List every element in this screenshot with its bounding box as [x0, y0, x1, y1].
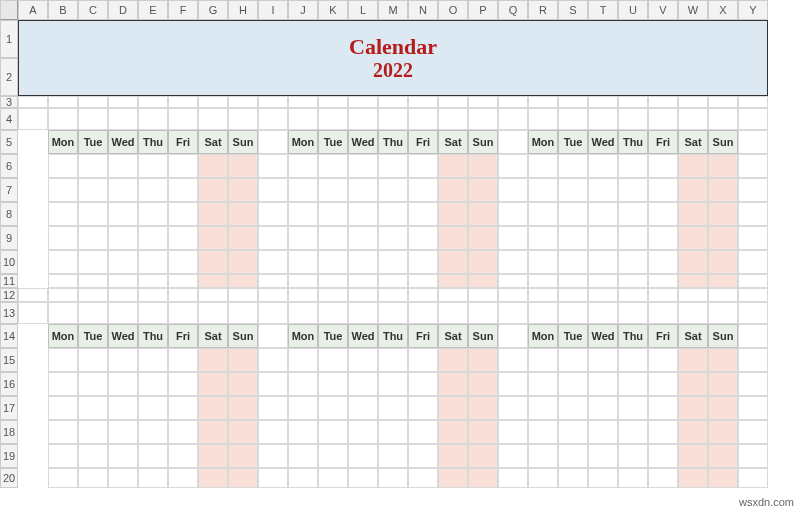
day-cell[interactable]	[348, 372, 378, 396]
day-cell[interactable]	[588, 226, 618, 250]
day-cell[interactable]	[78, 468, 108, 488]
day-cell[interactable]	[558, 372, 588, 396]
day-cell[interactable]	[378, 154, 408, 178]
weekend-cell[interactable]	[438, 372, 468, 396]
col-header-F[interactable]: F	[168, 0, 198, 20]
day-cell[interactable]	[48, 372, 78, 396]
day-cell[interactable]	[648, 274, 678, 288]
weekend-cell[interactable]	[198, 468, 228, 488]
col-header-W[interactable]: W	[678, 0, 708, 20]
weekend-cell[interactable]	[438, 226, 468, 250]
row-header-15[interactable]: 15	[0, 348, 18, 372]
day-cell[interactable]	[288, 226, 318, 250]
day-cell[interactable]	[108, 444, 138, 468]
select-all-corner[interactable]	[0, 0, 18, 20]
day-cell[interactable]	[528, 372, 558, 396]
weekend-cell[interactable]	[678, 226, 708, 250]
day-cell[interactable]	[288, 468, 318, 488]
day-cell[interactable]	[288, 250, 318, 274]
day-cell[interactable]	[348, 396, 378, 420]
day-cell[interactable]	[528, 178, 558, 202]
day-cell[interactable]	[138, 420, 168, 444]
day-cell[interactable]	[168, 154, 198, 178]
day-cell[interactable]	[48, 154, 78, 178]
row-header-4[interactable]: 4	[0, 108, 18, 130]
day-cell[interactable]	[618, 444, 648, 468]
weekend-cell[interactable]	[708, 178, 738, 202]
day-cell[interactable]	[78, 444, 108, 468]
col-header-I[interactable]: I	[258, 0, 288, 20]
day-cell[interactable]	[558, 154, 588, 178]
weekend-cell[interactable]	[678, 348, 708, 372]
day-cell[interactable]	[138, 372, 168, 396]
day-cell[interactable]	[108, 396, 138, 420]
row-header-12[interactable]: 12	[0, 288, 18, 302]
row-header-19[interactable]: 19	[0, 444, 18, 468]
weekend-cell[interactable]	[438, 274, 468, 288]
day-cell[interactable]	[588, 202, 618, 226]
day-cell[interactable]	[108, 226, 138, 250]
weekend-cell[interactable]	[438, 178, 468, 202]
weekend-cell[interactable]	[228, 274, 258, 288]
day-cell[interactable]	[288, 178, 318, 202]
day-cell[interactable]	[78, 250, 108, 274]
day-cell[interactable]	[588, 444, 618, 468]
weekend-cell[interactable]	[708, 274, 738, 288]
day-cell[interactable]	[78, 396, 108, 420]
day-cell[interactable]	[648, 202, 678, 226]
weekend-cell[interactable]	[708, 226, 738, 250]
row-header-2[interactable]: 2	[0, 58, 18, 96]
day-cell[interactable]	[168, 178, 198, 202]
weekend-cell[interactable]	[468, 372, 498, 396]
day-cell[interactable]	[78, 202, 108, 226]
day-cell[interactable]	[618, 178, 648, 202]
row-header-17[interactable]: 17	[0, 396, 18, 420]
day-cell[interactable]	[168, 444, 198, 468]
day-cell[interactable]	[528, 444, 558, 468]
day-cell[interactable]	[648, 250, 678, 274]
row-header-14[interactable]: 14	[0, 324, 18, 348]
row-header-9[interactable]: 9	[0, 226, 18, 250]
day-cell[interactable]	[528, 396, 558, 420]
col-header-H[interactable]: H	[228, 0, 258, 20]
day-cell[interactable]	[618, 468, 648, 488]
weekend-cell[interactable]	[228, 250, 258, 274]
row-header-16[interactable]: 16	[0, 372, 18, 396]
day-cell[interactable]	[648, 178, 678, 202]
day-cell[interactable]	[318, 396, 348, 420]
day-cell[interactable]	[408, 154, 438, 178]
day-cell[interactable]	[528, 468, 558, 488]
day-cell[interactable]	[588, 372, 618, 396]
day-cell[interactable]	[78, 420, 108, 444]
weekend-cell[interactable]	[198, 178, 228, 202]
weekend-cell[interactable]	[438, 202, 468, 226]
day-cell[interactable]	[558, 396, 588, 420]
weekend-cell[interactable]	[678, 396, 708, 420]
weekend-cell[interactable]	[438, 468, 468, 488]
day-cell[interactable]	[558, 274, 588, 288]
weekend-cell[interactable]	[708, 444, 738, 468]
day-cell[interactable]	[288, 396, 318, 420]
day-cell[interactable]	[48, 444, 78, 468]
day-cell[interactable]	[528, 154, 558, 178]
day-cell[interactable]	[618, 274, 648, 288]
row-header-1[interactable]: 1	[0, 20, 18, 58]
day-cell[interactable]	[378, 396, 408, 420]
weekend-cell[interactable]	[708, 154, 738, 178]
weekend-cell[interactable]	[438, 154, 468, 178]
weekend-cell[interactable]	[438, 396, 468, 420]
day-cell[interactable]	[378, 226, 408, 250]
day-cell[interactable]	[318, 372, 348, 396]
day-cell[interactable]	[108, 274, 138, 288]
weekend-cell[interactable]	[468, 348, 498, 372]
row-header-6[interactable]: 6	[0, 154, 18, 178]
weekend-cell[interactable]	[678, 274, 708, 288]
day-cell[interactable]	[378, 202, 408, 226]
weekend-cell[interactable]	[678, 202, 708, 226]
col-header-Y[interactable]: Y	[738, 0, 768, 20]
weekend-cell[interactable]	[678, 250, 708, 274]
weekend-cell[interactable]	[228, 468, 258, 488]
day-cell[interactable]	[378, 420, 408, 444]
day-cell[interactable]	[648, 226, 678, 250]
day-cell[interactable]	[528, 250, 558, 274]
